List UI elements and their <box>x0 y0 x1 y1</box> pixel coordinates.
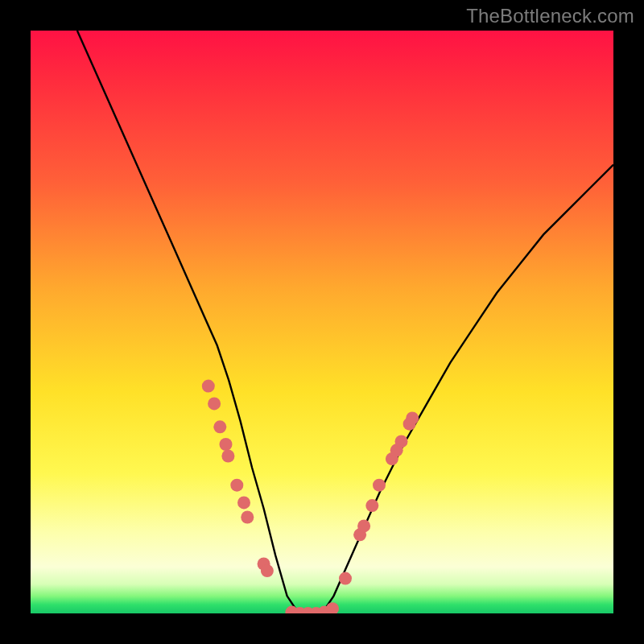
data-marker <box>339 572 352 585</box>
data-marker <box>261 564 274 577</box>
bottleneck-curve <box>77 31 613 613</box>
data-marker <box>208 397 221 410</box>
data-marker <box>406 412 419 425</box>
data-marker <box>237 496 250 509</box>
data-marker <box>230 479 243 492</box>
data-marker <box>373 479 386 492</box>
plot-area <box>31 31 613 613</box>
data-marker <box>221 450 234 463</box>
chart-frame: TheBottleneck.com <box>0 0 644 644</box>
data-marker <box>202 380 215 393</box>
marker-group <box>202 380 419 613</box>
chart-svg <box>31 31 613 613</box>
data-marker <box>357 519 370 532</box>
data-marker <box>365 499 378 512</box>
watermark-text: TheBottleneck.com <box>466 5 634 27</box>
data-marker <box>213 420 226 433</box>
data-marker <box>241 511 254 524</box>
data-marker <box>395 435 408 448</box>
data-marker <box>220 438 233 451</box>
